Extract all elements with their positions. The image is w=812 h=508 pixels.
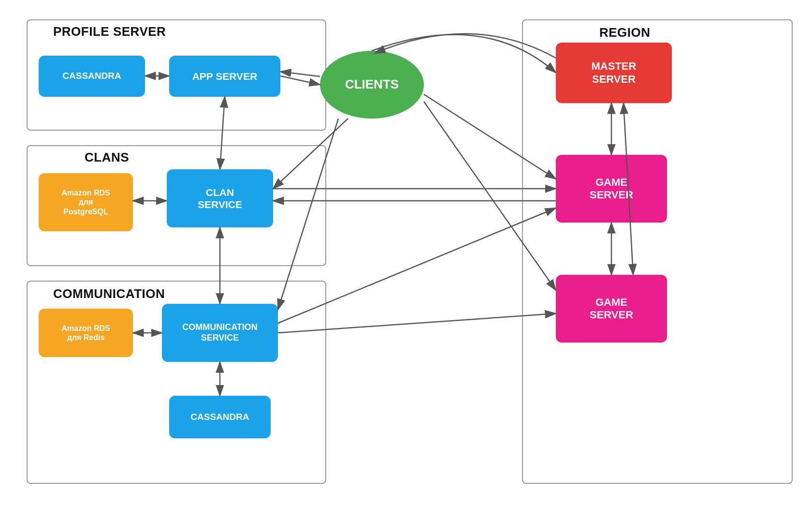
diagram: PROFILE SERVER CLANS COMMUNICATION REGIO… [0,0,812,508]
app-server-node: APP SERVER [169,56,280,97]
game-server-2-node: GAMESERVER [556,275,667,343]
clan-service-node: CLANSERVICE [167,169,273,227]
amazon-rds-postgresql-node: Amazon RDSдляPostgreSQL [39,173,133,231]
clients-node: CLIENTS [320,51,424,119]
clans-label: CLANS [85,150,129,165]
game-server-1-node: GAMESERVER [556,155,667,223]
amazon-rds-redis-node: Amazon RDSдля Redis [39,309,133,357]
region-label: REGION [599,25,651,40]
communication-label: COMMUNICATION [53,286,165,301]
cassandra-profile-node: CASSANDRA [39,56,145,97]
profile-server-label: PROFILE SERVER [53,24,166,39]
communication-service-node: COMMUNICATIONSERVICE [162,304,278,362]
cassandra-comm-node: CASSANDRA [169,396,271,438]
master-server-node: MASTERSERVER [556,43,672,103]
